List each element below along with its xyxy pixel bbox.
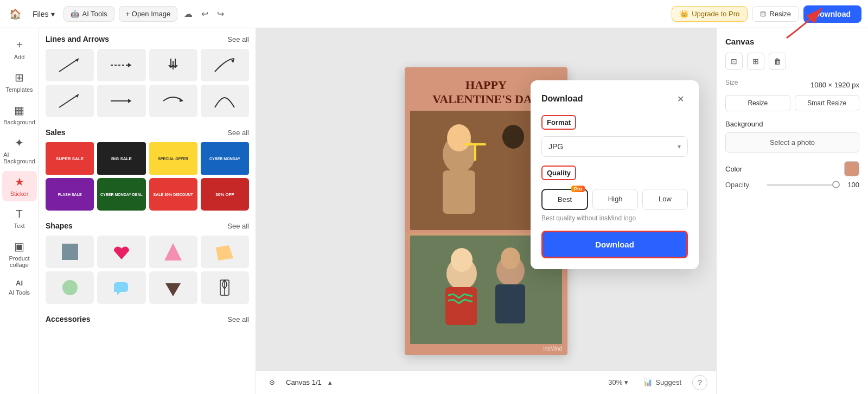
svg-marker-9	[180, 98, 183, 102]
help-icon: ?	[698, 378, 701, 386]
format-label: Format	[541, 115, 576, 130]
sale-item-2[interactable]: BIG SALE	[97, 142, 145, 175]
nav-background[interactable]: ▦ Background	[2, 99, 37, 130]
sales-title: Sales	[46, 128, 66, 137]
color-swatch[interactable]	[844, 161, 859, 176]
background-label: Background	[725, 120, 859, 128]
sales-see-all[interactable]: See all	[227, 129, 249, 137]
shape-item-2[interactable]	[97, 236, 145, 268]
svg-rect-22	[494, 168, 527, 214]
accessories-see-all[interactable]: See all	[227, 315, 249, 323]
opacity-slider[interactable]	[767, 184, 840, 186]
home-button[interactable]: 🏠	[7, 5, 24, 23]
svg-rect-31	[495, 284, 525, 323]
topbar: 🏠 Files ▾ 🤖 AI Tools + Open Image ☁ ↩ ↪ …	[0, 0, 868, 28]
copy-icon-button[interactable]: ⊞	[747, 53, 764, 70]
arrow-item-2[interactable]	[97, 49, 145, 81]
sale-item-7[interactable]: SALE 30% DISCOUNT	[149, 178, 197, 211]
cloud-save-button[interactable]: ☁	[182, 7, 195, 21]
lines-arrows-see-all[interactable]: See all	[227, 35, 249, 43]
undo-button[interactable]: ↩	[199, 7, 210, 21]
sale-item-3[interactable]: SPECIAL OFFER	[149, 142, 197, 175]
sidebar-panel: Lines and Arrows See all	[39, 28, 256, 394]
shape-item-4[interactable]	[201, 236, 249, 268]
shapes-see-all[interactable]: See all	[227, 222, 249, 230]
accessories-header: Accessories See all	[46, 315, 249, 323]
nav-ai-tools[interactable]: AI AI Tools	[2, 275, 37, 300]
shape-item-1[interactable]	[46, 236, 94, 268]
arrow-item-4[interactable]	[201, 49, 249, 81]
nav-product-collage[interactable]: ▣ Product collage	[2, 236, 37, 272]
nav-ai-background[interactable]: ✦ AI Background	[2, 132, 37, 169]
shapes-title: Shapes	[46, 221, 73, 230]
nav-sticker[interactable]: ★ Sticker	[2, 171, 37, 201]
templates-icon: ⊞	[15, 71, 24, 84]
arrow-item-3[interactable]	[149, 49, 197, 81]
zoom-control[interactable]: 30% ▾	[604, 376, 633, 389]
ai-tools-label: AI Tools	[82, 10, 107, 18]
arrow-item-1[interactable]	[46, 49, 94, 81]
shape-item-5[interactable]	[46, 271, 94, 304]
sale-item-5[interactable]: FLASH SALE	[46, 178, 94, 211]
layers-button[interactable]: ⊛	[265, 376, 279, 389]
arrow-item-6[interactable]	[97, 85, 145, 117]
watermark: insMind	[544, 346, 562, 352]
upgrade-button[interactable]: 👑 Upgrade to Pro	[672, 6, 748, 22]
opacity-value: 100	[844, 181, 859, 189]
shape-item-3[interactable]	[149, 236, 197, 268]
cloud-icon: ☁	[184, 9, 193, 19]
quality-high-button[interactable]: High	[592, 189, 638, 210]
arrow-item-7[interactable]	[149, 85, 197, 117]
download-top-button[interactable]: Download	[803, 5, 861, 23]
suggest-button[interactable]: 📊 Suggest	[639, 376, 686, 389]
modal-download-button[interactable]: Download	[541, 231, 688, 258]
layers-icon: ⊛	[269, 378, 275, 386]
nav-text[interactable]: T Text	[2, 204, 37, 233]
smart-resize-button[interactable]: Smart Resize	[795, 95, 860, 111]
sale-item-4[interactable]: CYBER MONDAY	[201, 142, 249, 175]
shape-item-8[interactable]	[201, 271, 249, 304]
arrow-item-8[interactable]	[201, 85, 249, 117]
resize-button[interactable]: Resize	[725, 95, 790, 111]
nav-templates[interactable]: ⊞ Templates	[2, 67, 37, 97]
svg-line-0	[59, 59, 79, 72]
zoom-chevron-icon: ▾	[624, 378, 628, 386]
canvas-chevron-icon: ▴	[328, 378, 332, 386]
quality-options: Pro Best High Low	[541, 189, 688, 210]
crop-icon-button[interactable]: ⊡	[725, 53, 743, 70]
svg-marker-14	[165, 283, 181, 296]
shape-item-7[interactable]	[149, 271, 197, 304]
accessories-section: Accessories See all	[46, 315, 249, 323]
arrow-item-5[interactable]	[46, 85, 94, 117]
select-photo-button[interactable]: Select a photo	[725, 132, 859, 152]
open-image-button[interactable]: + Open Image	[119, 6, 178, 22]
quality-best-button[interactable]: Pro Best	[541, 189, 588, 210]
color-section: Color Opacity 100	[725, 161, 859, 189]
lines-arrows-section: Lines and Arrows See all	[46, 35, 249, 117]
format-value: JPG	[548, 142, 563, 151]
shape-item-6[interactable]	[97, 271, 145, 304]
sale-item-8[interactable]: 30% OFF	[201, 178, 249, 211]
nav-add[interactable]: ＋ Add	[2, 33, 37, 65]
download-modal: Download ✕ Format JPG ▾ Quality Pro Best…	[531, 80, 699, 269]
delete-icon-button[interactable]: 🗑	[769, 53, 786, 70]
sale-item-6[interactable]: CYBER MONDAY DEAL	[97, 178, 145, 211]
background-icon: ▦	[14, 104, 24, 117]
resize-label: Resize	[769, 10, 791, 18]
quality-label: Quality	[541, 166, 576, 180]
ai-tools-button[interactable]: 🤖 AI Tools	[63, 6, 114, 22]
help-button[interactable]: ?	[692, 375, 707, 390]
resize-button[interactable]: ⊡ Resize	[752, 6, 799, 22]
format-select[interactable]: JPG ▾	[541, 136, 688, 157]
accessories-title: Accessories	[46, 315, 91, 323]
nav-product-collage-label: Product collage	[4, 255, 35, 268]
canvas-bottom-bar: ⊛ Canvas 1/1 ▴ 30% ▾ 📊 Suggest ?	[256, 370, 716, 394]
files-menu[interactable]: Files ▾	[28, 8, 59, 21]
size-value: 1080 × 1920 px	[810, 81, 859, 89]
sale-item-1[interactable]: SUPER SALE	[46, 142, 94, 175]
svg-point-20	[502, 125, 524, 149]
redo-button[interactable]: ↪	[215, 7, 226, 21]
nav-text-label: Text	[14, 223, 24, 229]
quality-low-button[interactable]: Low	[642, 189, 688, 210]
modal-close-button[interactable]: ✕	[673, 91, 688, 106]
